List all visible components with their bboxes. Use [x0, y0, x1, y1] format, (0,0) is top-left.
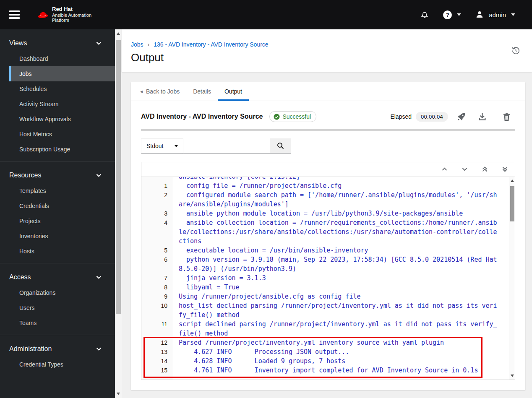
sidebar-item-users[interactable]: Users — [9, 300, 115, 315]
user-menu-button[interactable]: admin — [475, 10, 515, 19]
page-header: Jobs › 136 - AVD Inventory - AVD Invento… — [122, 29, 532, 72]
scroll-down-icon[interactable] — [117, 393, 120, 395]
log-line: 3 ansible python module location = /usr/… — [141, 209, 509, 218]
line-number: 9 — [141, 292, 173, 301]
line-number: 7 — [141, 273, 173, 283]
sidebar-item-subscription-usage[interactable]: Subscription Usage — [9, 142, 115, 157]
help-menu-button[interactable]: ? — [443, 10, 461, 19]
hamburger-menu-icon[interactable] — [9, 9, 20, 21]
line-number: 1 — [141, 181, 173, 190]
angle-down-icon[interactable] — [454, 162, 475, 176]
angle-up-icon[interactable] — [434, 162, 454, 176]
log-line: 9Using /runner/project/ansible.cfg as co… — [141, 292, 509, 301]
stdout-filter-select[interactable]: Stdout — [141, 138, 183, 153]
log-line: 8 libyaml = True — [141, 283, 509, 292]
angle-double-down-icon[interactable] — [495, 162, 515, 176]
relaunch-rocket-icon[interactable] — [457, 112, 466, 121]
log-line: 7 jinja version = 3.1.3 — [141, 273, 509, 283]
breadcrumb-separator-icon: › — [148, 41, 150, 48]
caret-down-icon — [457, 13, 461, 16]
chevron-down-icon — [96, 276, 102, 279]
sidebar-item-credentials[interactable]: Credentials — [9, 198, 115, 213]
line-number: 2 — [141, 190, 173, 209]
sidebar-item-organizations[interactable]: Organizations — [9, 285, 115, 300]
sidebar-group-administration: Administration Credential Types — [0, 335, 115, 376]
output-scrollbar-thumb[interactable] — [510, 186, 514, 221]
search-button[interactable] — [270, 138, 291, 153]
top-navbar: Red Hat Ansible Automation Platform ? — [0, 0, 532, 29]
breadcrumb-job-link[interactable]: 136 - AVD Inventory - AVD Inventory Sour… — [154, 41, 268, 48]
brand-text: Red Hat Ansible Automation Platform — [52, 6, 91, 23]
check-circle-icon — [274, 114, 280, 120]
tab-back-to-jobs[interactable]: ◂ Back to Jobs — [133, 82, 186, 101]
job-progress-bar — [141, 129, 515, 131]
brand-line-2: Ansible Automation — [52, 13, 91, 18]
line-text: Using /runner/project/ansible.cfg as con… — [173, 292, 501, 301]
scroll-down-icon[interactable] — [511, 375, 514, 377]
sidebar-item-jobs[interactable]: Jobs — [9, 66, 115, 81]
sidebar-group-views: Views Dashboard Jobs Schedules Activity … — [0, 29, 115, 161]
group-label: Access — [9, 273, 31, 281]
sidebar-item-schedules[interactable]: Schedules — [9, 81, 115, 96]
sidebar-group-title-administration[interactable]: Administration — [0, 341, 115, 357]
output-scrollbar[interactable] — [509, 177, 515, 380]
sidebar-scrollbar[interactable] — [115, 29, 122, 398]
sidebar-item-host-metrics[interactable]: Host Metrics — [9, 127, 115, 142]
sidebar-item-templates[interactable]: Templates — [9, 183, 115, 198]
sidebar-nav: Views Dashboard Jobs Schedules Activity … — [0, 29, 115, 398]
log-line: 2 configured module search path = ['/hom… — [141, 190, 509, 209]
angle-left-icon: ◂ — [140, 88, 143, 94]
tab-label: Back to Jobs — [146, 88, 180, 95]
line-text: 4.628 INFO Loaded 9 groups, 7 hosts — [173, 356, 501, 366]
angle-double-up-icon[interactable] — [475, 162, 495, 176]
group-label: Resources — [9, 172, 41, 179]
line-number: 4 — [141, 218, 173, 246]
status-label: Successful — [282, 113, 311, 120]
tab-output[interactable]: Output — [218, 82, 249, 101]
brand-line-3: Platform — [52, 18, 91, 23]
sidebar-group-title-resources[interactable]: Resources — [0, 167, 115, 183]
brand-logo[interactable]: Red Hat Ansible Automation Platform — [37, 6, 91, 23]
line-text: 4.761 INFO Inventory import completed fo… — [173, 366, 501, 375]
log-line: 15 4.761 INFO Inventory import completed… — [141, 366, 509, 375]
sidebar-item-dashboard[interactable]: Dashboard — [9, 51, 115, 66]
search-input[interactable] — [183, 138, 270, 153]
elapsed-time: 00:00:04 — [416, 112, 448, 122]
line-number: 6 — [141, 255, 173, 273]
log-lines: ansible-inventory [core 2.15.12] 1 confi… — [141, 177, 509, 375]
redhat-hat-icon — [37, 10, 49, 19]
log-view: ansible-inventory [core 2.15.12] 1 confi… — [141, 177, 515, 380]
sidebar-item-workflow-approvals[interactable]: Workflow Approvals — [9, 112, 115, 127]
sidebar-scrollbar-thumb[interactable] — [116, 40, 121, 314]
tab-details[interactable]: Details — [186, 82, 218, 101]
notifications-button[interactable] — [420, 10, 429, 19]
line-number: 3 — [141, 209, 173, 218]
brand-line-1: Red Hat — [52, 6, 91, 13]
scroll-up-icon[interactable] — [117, 32, 120, 35]
line-text: 4.627 INFO Processing JSON output... — [173, 347, 501, 356]
sidebar-group-title-access[interactable]: Access — [0, 269, 115, 285]
log-line: 14 4.628 INFO Loaded 9 groups, 7 hosts — [141, 356, 509, 366]
page-body: ◂ Back to Jobs Details Output AVD Invent… — [122, 72, 532, 398]
delete-trash-icon[interactable] — [503, 113, 510, 121]
scroll-up-icon[interactable] — [511, 179, 514, 182]
download-icon[interactable] — [478, 113, 486, 121]
sidebar-item-teams[interactable]: Teams — [9, 315, 115, 330]
sidebar-item-inventories[interactable]: Inventories — [9, 229, 115, 244]
sidebar-item-projects[interactable]: Projects — [9, 213, 115, 229]
sidebar-group-title-views[interactable]: Views — [0, 35, 115, 51]
caret-down-icon — [511, 13, 515, 16]
sidebar-item-hosts[interactable]: Hosts — [9, 244, 115, 259]
line-number: 15 — [141, 366, 173, 375]
line-text: ansible-inventory [core 2.15.12] — [173, 177, 501, 181]
line-number: 14 — [141, 356, 173, 366]
log-line: 5 executable location = /usr/bin/ansible… — [141, 246, 509, 255]
breadcrumb: Jobs › 136 - AVD Inventory - AVD Invento… — [122, 29, 532, 48]
sidebar-item-activity-stream[interactable]: Activity Stream — [9, 96, 115, 112]
sidebar-item-credential-types[interactable]: Credential Types — [9, 357, 115, 372]
breadcrumb-jobs-link[interactable]: Jobs — [131, 41, 143, 48]
history-icon[interactable] — [511, 46, 520, 55]
output-pane-toolbar — [141, 162, 515, 177]
line-number: 8 — [141, 283, 173, 292]
line-text: jinja version = 3.1.3 — [173, 273, 501, 283]
